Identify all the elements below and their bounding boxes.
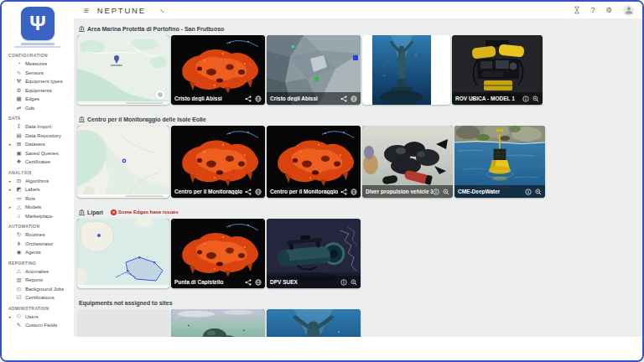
- sidebar-item-sensors[interactable]: ∿Sensors: [2, 69, 74, 78]
- site-map-card[interactable]: [77, 126, 169, 198]
- sidebar-item-certificates[interactable]: ❖Certificates: [2, 158, 74, 167]
- equipment-types-icon: ⚒: [15, 79, 23, 85]
- section-title: Area Marina Protetta di Portofino - San …: [87, 26, 224, 32]
- card-label-bar: ROV UBICA - MODEL 1: [452, 92, 543, 105]
- sidebar-item-algorithms[interactable]: ▸⊡Algorithms: [2, 177, 74, 186]
- avatar[interactable]: [623, 5, 634, 16]
- info-icon[interactable]: [340, 279, 347, 286]
- globe-icon[interactable]: [255, 96, 262, 102]
- saved-queries-icon: ▣: [15, 151, 23, 157]
- globe-icon[interactable]: [351, 189, 357, 195]
- site-map-card[interactable]: [77, 219, 169, 288]
- equipment-card[interactable]: ROV UBICA - MODEL 1: [452, 35, 543, 105]
- info-icon[interactable]: [433, 189, 439, 195]
- topbar: ≡ NEPTUNE ↔ ? ⚙: [74, 2, 642, 18]
- card-title: DPV SUEX: [270, 279, 298, 285]
- sidebar-item-equipment-types[interactable]: ⚒Equipment types: [2, 77, 74, 86]
- sidebar-item-certifications[interactable]: ☑Certifications: [2, 293, 74, 303]
- card-row: Centro per il Monitoraggio Centro per il…: [77, 126, 642, 198]
- model-card[interactable]: Centro per il Monitoraggio: [171, 126, 265, 198]
- sidebar-item-rois[interactable]: ▭Rois: [2, 194, 74, 204]
- sidebar-item-labels[interactable]: ▸◩Labels: [2, 185, 74, 194]
- sidebar-item-models[interactable]: ▸△Models: [2, 203, 74, 212]
- certificates-icon: ❖: [15, 159, 23, 165]
- model-card[interactable]: Cristo degli Abissi: [267, 35, 361, 105]
- sidebar-item-reports[interactable]: ▥Reports: [2, 276, 74, 285]
- card-title: Punta di Capistello: [174, 279, 224, 285]
- sidebar-item-orchestrator[interactable]: ⋔Orchestrator: [2, 240, 74, 249]
- sidebar-item-agents[interactable]: ◉Agents: [2, 248, 74, 257]
- sidebar-item-gds[interactable]: ⇄Gds: [2, 104, 74, 113]
- sidebar-item-label: Anomalies: [25, 269, 49, 274]
- sidebar-item-anomalies[interactable]: ⚠Anomalies: [2, 267, 74, 277]
- sidebar-item-equipments[interactable]: ⚙Equipments: [2, 86, 74, 96]
- app-logo[interactable]: Ψ: [21, 7, 55, 40]
- section-title: Centro per il Monitoraggio delle Isole E…: [87, 116, 206, 122]
- sidebar-item-datasets[interactable]: ▸⊞Datasets: [2, 140, 74, 149]
- globe-icon[interactable]: [351, 96, 357, 102]
- sidebar-section-label: REPORTING: [2, 257, 74, 267]
- photo-card[interactable]: [362, 35, 450, 105]
- map-image: [77, 35, 169, 105]
- sidebar-item-label: Labels: [25, 187, 40, 192]
- sidebar-item-label: Certificates: [25, 159, 50, 164]
- sidebar-item-custom-fields[interactable]: ✎Custom Fields: [2, 321, 74, 330]
- sidebar-item-label: Certifications: [25, 295, 55, 300]
- resize-diagonal-icon[interactable]: ↔: [158, 5, 168, 15]
- edge-issues-badge: ✕ Some Edges have issues: [111, 209, 179, 215]
- sidebar-item-measures[interactable]: ◔Measures: [2, 59, 74, 69]
- card-title: CME-DeepWater: [458, 189, 500, 194]
- sidebar-item-label: Saved Queries: [25, 151, 59, 156]
- datasets-icon: ⊞: [15, 142, 23, 147]
- app-window: Ψ CONFIGURATION◔Measures∿Sensors⚒Equipme…: [0, 0, 644, 362]
- zoom-in-icon[interactable]: [532, 96, 539, 102]
- expand-arrow-icon: ▸: [8, 204, 13, 209]
- menu-icon[interactable]: ≡: [84, 6, 89, 15]
- orchestrator-icon: ⋔: [15, 241, 23, 247]
- share-icon[interactable]: [245, 279, 252, 286]
- model-card[interactable]: Punta di Capistello: [171, 219, 265, 288]
- globe-icon[interactable]: [255, 279, 262, 286]
- site-map-card[interactable]: [77, 35, 169, 105]
- sidebar-item-edges[interactable]: ▦Edges: [2, 95, 74, 104]
- model-card[interactable]: Centro per il Monitoraggio: [267, 126, 361, 198]
- info-icon[interactable]: [525, 189, 532, 195]
- sidebar-item-label: Models: [25, 204, 41, 209]
- help-icon[interactable]: ?: [591, 7, 595, 14]
- share-icon[interactable]: [340, 189, 347, 195]
- sidebar-item-marketplace[interactable]: ⌂Marketplace: [2, 212, 74, 221]
- gds-icon: ⇄: [15, 106, 23, 111]
- site-section-header: Centro per il Monitoraggio delle Isole E…: [79, 116, 642, 122]
- share-icon[interactable]: [245, 96, 252, 102]
- pending-actions-icon[interactable]: [574, 6, 580, 14]
- zoom-in-icon[interactable]: [351, 279, 357, 286]
- zoom-in-icon[interactable]: [443, 189, 449, 195]
- zoom-in-icon[interactable]: [535, 189, 542, 195]
- equipment-card[interactable]: CME-DeepWater: [454, 126, 545, 198]
- sidebar-item-users[interactable]: ▸⚇Users: [2, 313, 74, 322]
- equipment-card[interactable]: [171, 309, 265, 337]
- equipment-card[interactable]: Diver propulsion vehicle 3: [362, 126, 453, 198]
- share-icon[interactable]: [340, 96, 347, 102]
- equipment-card[interactable]: DPV SUEX: [267, 219, 361, 288]
- info-icon[interactable]: [522, 96, 529, 102]
- settings-icon[interactable]: ⚙: [605, 7, 612, 14]
- error-icon: ✕: [111, 209, 117, 215]
- equipment-card[interactable]: [267, 309, 361, 337]
- sidebar-section-label: ANALYSIS: [2, 167, 74, 177]
- main-content: Area Marina Protetta di Portofino - San …: [74, 18, 642, 337]
- sidebar-item-label: Agents: [25, 250, 41, 255]
- sidebar-item-saved-queries[interactable]: ▣Saved Queries: [2, 149, 74, 158]
- reports-icon: ▥: [15, 277, 23, 283]
- card-label-bar: Centro per il Monitoraggio: [171, 185, 265, 198]
- placeholder-card[interactable]: [77, 309, 169, 337]
- share-icon[interactable]: [245, 189, 252, 195]
- sidebar-item-label: Orchestrator: [25, 241, 53, 246]
- sidebar-item-data-repository[interactable]: ▤Data Repository: [2, 132, 74, 141]
- globe-icon[interactable]: [255, 189, 262, 195]
- model-card[interactable]: Cristo degli Abissi: [171, 35, 265, 105]
- sidebar-item-data-import[interactable]: ↧Data Import: [2, 122, 74, 132]
- sidebar-item-background-jobs[interactable]: ◴Background Jobs: [2, 285, 74, 294]
- sidebar-item-label: Rois: [25, 196, 35, 201]
- sidebar-item-routines[interactable]: ↻Routines: [2, 230, 74, 240]
